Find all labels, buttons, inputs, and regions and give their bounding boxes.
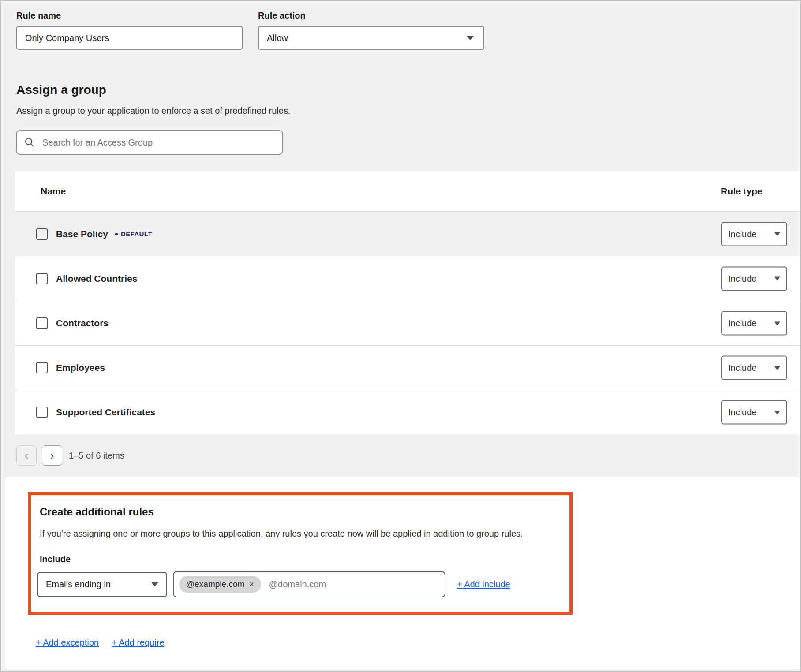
rule-form: Rule name Rule action Allow: [1, 1, 800, 50]
rule-type-select[interactable]: Include: [721, 356, 787, 380]
row-checkbox[interactable]: [36, 317, 48, 329]
include-label: Include: [40, 554, 556, 564]
chevron-down-icon: [774, 321, 780, 325]
rule-action-label: Rule action: [258, 11, 484, 20]
chevron-down-icon: [467, 36, 474, 40]
group-name: Supported Certificates: [56, 407, 155, 418]
chevron-down-icon: [774, 366, 780, 370]
chevron-down-icon: [774, 411, 780, 414]
chevron-right-icon: ›: [50, 450, 54, 461]
rule-type-select[interactable]: Include: [721, 222, 787, 246]
add-exception-link[interactable]: + Add exception: [36, 638, 99, 648]
default-dot-icon: [115, 233, 118, 235]
table-row: Supported Certificates Include: [15, 390, 800, 434]
condition-type-select[interactable]: Emails ending in: [37, 572, 167, 597]
rule-name-field-group: Rule name: [16, 11, 243, 50]
add-require-link[interactable]: + Add require: [112, 638, 165, 648]
assign-group-heading: Assign a group: [16, 82, 800, 97]
rule-type-select[interactable]: Include: [721, 400, 787, 425]
rule-action-field-group: Rule action Allow: [258, 11, 484, 50]
row-checkbox[interactable]: [36, 273, 48, 284]
rule-type-value: Include: [728, 318, 757, 329]
table-header: Name Rule type: [15, 171, 800, 212]
rule-name-label: Rule name: [16, 11, 243, 20]
group-name: Allowed Countries: [56, 273, 137, 284]
search-input[interactable]: [42, 134, 275, 151]
pagination-summary: 1–5 of 6 items: [69, 451, 124, 461]
access-group-search[interactable]: [16, 130, 283, 155]
access-groups-table: Name Rule type Base Policy DEFAULT Inclu…: [15, 171, 800, 434]
table-row: Contractors Include: [15, 301, 800, 345]
default-badge: DEFAULT: [115, 230, 152, 238]
chevron-down-icon: [774, 277, 780, 280]
email-domain-tag: @example.com ×: [179, 576, 261, 593]
additional-rules-description: If you're assigning one or more groups t…: [40, 528, 556, 539]
search-icon: [24, 137, 35, 148]
email-domain-field[interactable]: [269, 575, 439, 593]
column-header-name: Name: [41, 186, 66, 197]
add-include-link[interactable]: + Add include: [457, 579, 510, 590]
rule-name-input[interactable]: [16, 26, 243, 50]
email-domains-input[interactable]: @example.com ×: [173, 571, 445, 597]
table-row: Allowed Countries Include: [15, 256, 800, 301]
additional-rules-highlight-box: Create additional rules If you're assign…: [28, 492, 573, 615]
next-page-button[interactable]: ›: [42, 445, 62, 466]
chevron-down-icon: [151, 582, 158, 586]
rule-type-value: Include: [728, 273, 757, 284]
include-rule-controls: Emails ending in @example.com × + Add in…: [37, 571, 556, 597]
group-name: Contractors: [56, 318, 109, 329]
table-row: Employees Include: [15, 345, 800, 390]
access-rule-page: Rule name Rule action Allow Assign a gro…: [0, 0, 801, 672]
rule-action-select[interactable]: Allow: [258, 26, 484, 50]
column-header-rule-type: Rule type: [721, 186, 763, 197]
close-icon[interactable]: ×: [249, 580, 254, 588]
footer-links: + Add exception + Add require: [36, 638, 800, 659]
row-checkbox[interactable]: [36, 362, 48, 373]
additional-rules-card: Create additional rules If you're assign…: [5, 477, 800, 669]
rule-type-select[interactable]: Include: [721, 266, 787, 291]
additional-rules-heading: Create additional rules: [40, 506, 556, 518]
tag-label: @example.com: [186, 579, 244, 589]
condition-type-value: Emails ending in: [46, 579, 111, 590]
rule-type-value: Include: [728, 229, 757, 239]
assign-group-description: Assign a group to your application to en…: [16, 105, 800, 116]
row-checkbox[interactable]: [36, 228, 48, 240]
row-checkbox[interactable]: [36, 407, 48, 418]
rule-type-select[interactable]: Include: [721, 311, 787, 336]
previous-page-button[interactable]: ‹: [16, 445, 37, 466]
rule-action-value: Allow: [267, 33, 288, 43]
pagination: ‹ › 1–5 of 6 items: [16, 445, 800, 466]
default-badge-label: DEFAULT: [121, 230, 152, 238]
rule-type-value: Include: [728, 363, 757, 373]
group-name: Base Policy: [56, 229, 108, 239]
group-name: Employees: [56, 362, 105, 373]
rule-type-value: Include: [728, 407, 757, 418]
chevron-left-icon: ‹: [25, 450, 29, 461]
table-row: Base Policy DEFAULT Include: [15, 212, 800, 256]
chevron-down-icon: [774, 232, 780, 236]
